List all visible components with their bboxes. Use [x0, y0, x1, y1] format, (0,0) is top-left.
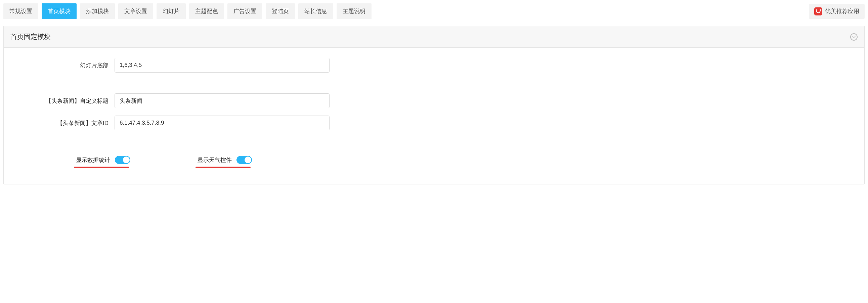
tab-landing-page[interactable]: 登陆页	[266, 3, 295, 19]
tab-ad-settings[interactable]: 广告设置	[227, 3, 262, 19]
panel-title: 首页固定模块	[10, 32, 51, 41]
tab-article-settings[interactable]: 文章设置	[118, 3, 153, 19]
weather-widget-toggle-label: 显示天气控件	[197, 157, 232, 163]
annotation-underline	[195, 166, 251, 168]
homepage-fixed-module-panel: 首页固定模块 幻灯片底部 【头条新闻】自定义标题 【头条新闻】文章ID 显示数据…	[3, 26, 865, 184]
promo-logo-icon	[814, 7, 822, 16]
promo-label: 优美推荐应用	[825, 7, 859, 15]
tab-slideshow[interactable]: 幻灯片	[157, 3, 186, 19]
tab-webmaster-info[interactable]: 站长信息	[298, 3, 333, 19]
slider-bottom-label: 幻灯片底部	[10, 61, 115, 69]
annotation-underline	[74, 166, 129, 168]
tab-homepage-module[interactable]: 首页模块	[42, 3, 76, 19]
data-stats-toggle-label: 显示数据统计	[76, 157, 110, 163]
headline-title-label: 【头条新闻】自定义标题	[10, 97, 115, 105]
slider-bottom-input[interactable]	[115, 58, 330, 72]
tab-theme-color[interactable]: 主题配色	[189, 3, 224, 19]
headline-ids-label: 【头条新闻】文章ID	[10, 119, 115, 127]
tab-general[interactable]: 常规设置	[3, 3, 38, 19]
weather-widget-toggle[interactable]	[237, 156, 252, 164]
settings-tabs: 常规设置 首页模块 添加模块 文章设置 幻灯片 主题配色 广告设置 登陆页 站长…	[3, 3, 372, 19]
section-divider	[10, 139, 858, 139]
tab-add-module[interactable]: 添加模块	[80, 3, 115, 19]
promo-recommend-button[interactable]: 优美推荐应用	[809, 4, 865, 19]
headline-ids-input[interactable]	[115, 116, 330, 130]
tab-theme-notes[interactable]: 主题说明	[337, 3, 372, 19]
headline-title-input[interactable]	[115, 93, 330, 108]
collapse-toggle-icon[interactable]	[850, 33, 858, 41]
data-stats-toggle[interactable]	[115, 156, 130, 164]
